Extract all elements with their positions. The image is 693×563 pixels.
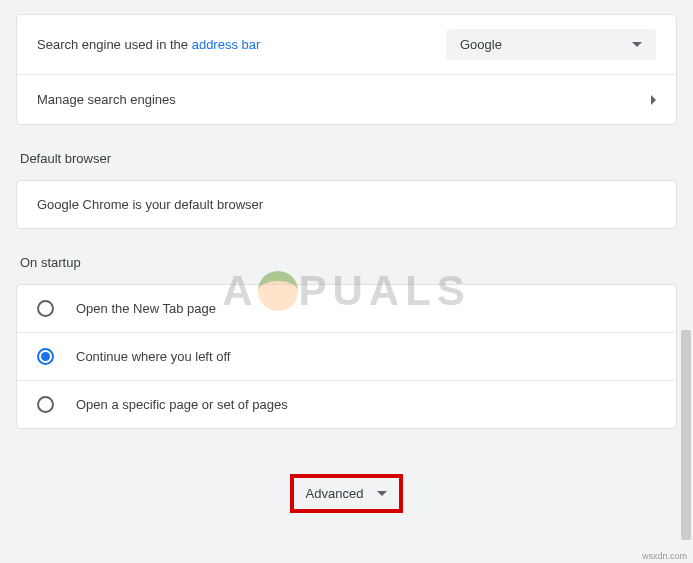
chevron-down-icon [632, 42, 642, 47]
startup-option-label: Continue where you left off [76, 349, 230, 364]
scrollbar[interactable] [681, 330, 691, 540]
manage-search-engines-label: Manage search engines [37, 92, 176, 107]
advanced-button-wrap: Advanced [16, 474, 677, 513]
radio-icon [37, 300, 54, 317]
on-startup-heading: On startup [20, 255, 673, 270]
startup-card: Open the New Tab page Continue where you… [16, 284, 677, 429]
address-bar-link[interactable]: address bar [192, 37, 261, 52]
radio-icon [37, 396, 54, 413]
advanced-button[interactable]: Advanced [290, 474, 404, 513]
radio-icon [37, 348, 54, 365]
search-engine-card: Search engine used in the address bar Go… [16, 14, 677, 125]
default-browser-card: Google Chrome is your default browser [16, 180, 677, 229]
manage-search-engines-row[interactable]: Manage search engines [17, 74, 676, 124]
default-browser-heading: Default browser [20, 151, 673, 166]
startup-option-new-tab[interactable]: Open the New Tab page [17, 285, 676, 332]
startup-option-label: Open the New Tab page [76, 301, 216, 316]
search-engine-label-text: Search engine used in the [37, 37, 192, 52]
startup-option-specific-page[interactable]: Open a specific page or set of pages [17, 380, 676, 428]
chevron-right-icon [651, 95, 656, 105]
startup-option-label: Open a specific page or set of pages [76, 397, 288, 412]
search-engine-label: Search engine used in the address bar [37, 37, 260, 52]
search-engine-select[interactable]: Google [446, 29, 656, 60]
radio-selected-dot [41, 352, 50, 361]
search-engine-selected-value: Google [460, 37, 502, 52]
chevron-down-icon [377, 491, 387, 496]
startup-option-continue[interactable]: Continue where you left off [17, 332, 676, 380]
advanced-button-label: Advanced [306, 486, 364, 501]
footer-credit: wsxdn.com [642, 551, 687, 561]
default-browser-text: Google Chrome is your default browser [17, 181, 676, 228]
search-engine-row: Search engine used in the address bar Go… [17, 15, 676, 74]
